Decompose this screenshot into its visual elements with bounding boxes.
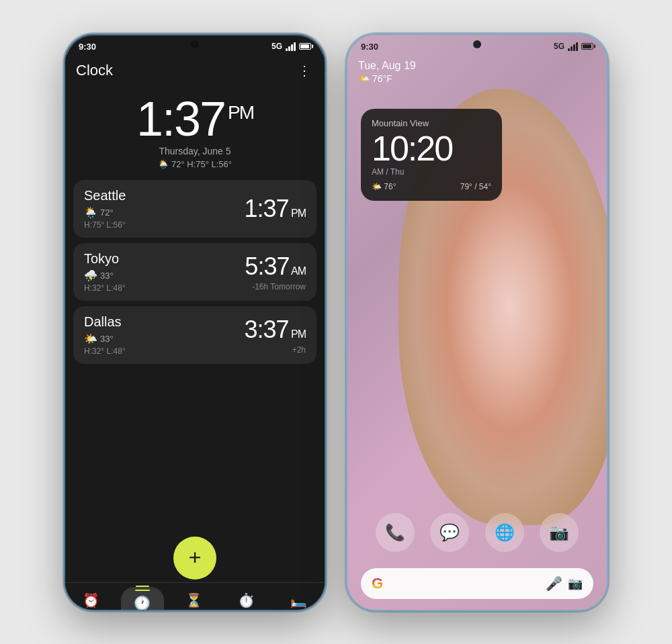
main-clock-display: 1:37PM Thursday, June 5 🌦️ 72° H:75° L:5… (65, 84, 325, 175)
main-ampm: PM (228, 102, 253, 123)
widget-ampm-day: AM / Thu (372, 167, 491, 177)
widget-time: 10:20 (372, 131, 491, 166)
city-hl-seattle: H:75° L:56° (84, 220, 126, 230)
weather-icon-main: 🌦️ (158, 159, 169, 169)
city-right-dallas: 3:37 PM +2h (244, 316, 306, 355)
city-left-dallas: Dallas 🌤️ 33° H:32° L:48° (84, 314, 126, 356)
google-lens-button[interactable]: 📷 (568, 576, 583, 591)
fab-container: + (65, 531, 325, 582)
clock-app: Clock ⋮ 1:37PM Thursday, June 5 🌦️ 72° H… (65, 54, 325, 611)
city-card-tokyo[interactable]: Tokyo ⛈️ 33° H:32° L:48° 5:37 AM -16h To… (73, 243, 317, 301)
main-time-value: 1:37 (136, 92, 225, 146)
city-offset-dallas: +2h (244, 345, 306, 355)
city-offset-tokyo: -16h Tomorrow (245, 282, 306, 291)
signal-bars-left (286, 42, 296, 51)
widget-location: Mountain View (372, 118, 491, 128)
main-weather: 🌦️ 72° H:75° L:56° (65, 159, 325, 169)
clock-icon: 🕐 (134, 595, 151, 611)
city-card-dallas[interactable]: Dallas 🌤️ 33° H:32° L:48° 3:37 PM +2h (73, 306, 317, 364)
city-ampm-tokyo: AM (289, 265, 306, 277)
city-hl-dallas: H:32° L:48° (84, 347, 126, 356)
city-right-tokyo: 5:37 AM -16h Tomorrow (245, 252, 306, 291)
city-right-seattle: 1:37 PM (244, 195, 306, 223)
home-top-bar: Tue, Aug 19 🌤️ 76°F (347, 54, 607, 89)
city-name-seattle: Seattle (84, 188, 126, 203)
stopwatch-icon: ⏱️ (238, 592, 255, 608)
signal-label-right: 5G (554, 42, 564, 51)
clock-app-title: Clock (76, 62, 113, 79)
chrome-icon: 🌐 (495, 523, 515, 542)
city-left-tokyo: Tokyo ⛈️ 33° H:32° L:48° (84, 251, 126, 293)
city-temp-dallas: 33° (100, 334, 114, 344)
city-temp-tokyo: 33° (100, 271, 114, 281)
city-card-seattle[interactable]: Seattle 🌦️ 72° H:75° L:56° 1:37 PM (73, 180, 317, 238)
camera-notch-right (473, 40, 481, 48)
right-phone: 9:30 5G Tue, Aug 19 🌤️ 76°F (346, 34, 608, 611)
weather-icon-seattle: 🌦️ (84, 206, 97, 219)
microphone-button[interactable]: 🎤 (546, 576, 562, 592)
city-weather-seattle: 🌦️ 72° (84, 206, 126, 219)
city-weather-dallas: 🌤️ 33° (84, 332, 126, 345)
menu-dots-button[interactable]: ⋮ (295, 60, 314, 81)
city-left-seattle: Seattle 🌦️ 72° H:75° L:56° (84, 188, 126, 230)
battery-left (299, 43, 311, 50)
city-time-dallas: 3:37 PM (244, 316, 306, 344)
cities-list: Seattle 🌦️ 72° H:75° L:56° 1:37 PM Tokyo (65, 175, 325, 531)
widget-weather-icon: 🌤️ (372, 182, 382, 191)
camera-icon: 📷 (549, 523, 569, 542)
dock-phone-button[interactable]: 📞 (376, 513, 415, 552)
nav-label-stopwatch: Stopwatch (229, 610, 263, 611)
home-weather-icon: 🌤️ (358, 73, 370, 84)
google-g-logo: G (372, 575, 383, 592)
widget-hilo: 79° / 54° (460, 182, 491, 191)
messages-icon: 💬 (439, 523, 460, 542)
main-weather-text: 72° H:75° L:56° (171, 159, 232, 169)
left-phone: 9:30 5G Clock ⋮ 1:37PM Thursday, Ju (64, 34, 326, 611)
home-weather: 🌤️ 76°F (358, 73, 596, 84)
city-ampm-seattle: PM (289, 208, 306, 219)
weather-icon-tokyo: ⛈️ (84, 269, 97, 282)
home-screen: 9:30 5G Tue, Aug 19 🌤️ 76°F (347, 35, 607, 610)
active-indicator (135, 590, 150, 591)
status-time-right: 9:30 (361, 42, 378, 52)
home-weather-temp: 76°F (372, 73, 392, 84)
city-name-tokyo: Tokyo (84, 251, 126, 267)
timer-icon: ⏳ (185, 592, 202, 608)
widget-weather-left: 🌤️ 76° (372, 182, 396, 191)
clock-widget[interactable]: Mountain View 10:20 AM / Thu 🌤️ 76° 79° … (361, 109, 502, 201)
signal-label-left: 5G (271, 42, 282, 51)
bottom-nav: ⏰ Alarm 🕐 Clock ⏳ Timer ⏱️ Stopwatch 🛏️ … (65, 582, 325, 611)
widget-temp: 76° (384, 182, 396, 191)
add-city-button[interactable]: + (173, 537, 216, 580)
city-time-tokyo: 5:37 AM (245, 252, 306, 281)
home-date: Tue, Aug 19 (358, 60, 596, 72)
nav-item-bedtime[interactable]: 🛏️ Bedtime (278, 590, 321, 611)
alarm-icon: ⏰ (83, 592, 99, 608)
status-icons-left: 5G (271, 42, 311, 51)
clock-header: Clock ⋮ (65, 54, 325, 84)
nav-label-alarm: Alarm (81, 610, 101, 611)
bedtime-icon: 🛏️ (290, 592, 307, 608)
nav-label-bedtime: Bedtime (286, 610, 312, 611)
signal-bars-right (568, 42, 578, 51)
main-time-display: 1:37PM (65, 95, 325, 143)
dock-chrome-button[interactable]: 🌐 (485, 513, 524, 552)
camera-notch-left (191, 40, 199, 48)
phone-icon: 📞 (385, 523, 405, 542)
dock-messages-button[interactable]: 💬 (430, 513, 469, 552)
nav-item-clock[interactable]: 🕐 Clock (121, 587, 164, 611)
city-hl-tokyo: H:32° L:48° (84, 283, 126, 293)
home-dock-area: 📞 💬 🌐 📷 (347, 513, 607, 563)
nav-item-timer[interactable]: ⏳ Timer (172, 590, 215, 611)
nav-item-stopwatch[interactable]: ⏱️ Stopwatch (224, 590, 269, 611)
nav-item-alarm[interactable]: ⏰ Alarm (69, 590, 112, 611)
dock-icons: 📞 💬 🌐 📷 (368, 513, 587, 552)
dock-camera-button[interactable]: 📷 (540, 513, 579, 552)
city-temp-seattle: 72° (100, 208, 114, 218)
city-time-seattle: 1:37 PM (244, 195, 306, 223)
main-date: Thursday, June 5 (65, 146, 325, 156)
battery-right (581, 43, 593, 50)
weather-icon-dallas: 🌤️ (84, 332, 97, 345)
nav-label-timer: Timer (184, 610, 203, 611)
search-bar[interactable]: G 🎤 📷 (361, 568, 593, 599)
